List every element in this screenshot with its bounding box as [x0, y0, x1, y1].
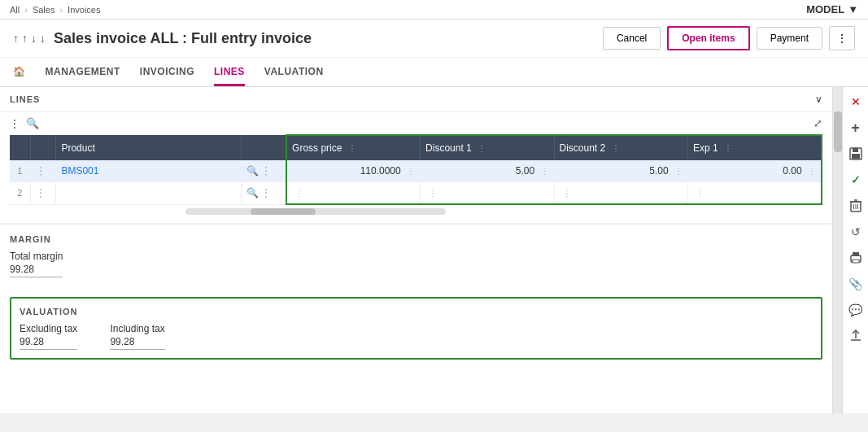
model-dropdown-icon: ▼ — [848, 3, 858, 15]
cell-handle-1[interactable]: ⋮ — [30, 160, 56, 182]
vertical-scrollbar[interactable] — [832, 87, 842, 413]
nav-up1[interactable]: ↑ — [13, 32, 19, 45]
cell-exp1-2: ⋮ — [687, 182, 822, 205]
lines-title: LINES — [10, 94, 40, 104]
cell-row-num-2: 2 — [10, 182, 30, 205]
excluding-tax-value: 99.28 — [20, 336, 77, 350]
tab-home[interactable]: 🏠 — [13, 58, 26, 86]
main-header: ↑ ↑ ↓ ↓ Sales invoice ALL : Full entry i… — [0, 20, 868, 58]
total-margin-item: Total margin 99.28 — [10, 251, 63, 277]
th-exp1: Exp 1 ⋮ — [687, 135, 822, 160]
table-row: 2 ⋮ 🔍 ⋮ ⋮ ⋮ ⋮ ⋮ — [10, 182, 822, 205]
action-sidebar: ✕ + ✓ ↺ — [842, 87, 868, 413]
cell-discount1-2: ⋮ — [421, 182, 554, 205]
header-buttons: Cancel Open items Payment ⋮ — [603, 26, 855, 50]
check-button[interactable]: ✓ — [844, 168, 867, 191]
open-items-button[interactable]: Open items — [667, 26, 749, 50]
model-selector[interactable]: MODEL ▼ — [806, 3, 858, 15]
excluding-tax-item: Excluding tax 99.28 — [20, 323, 77, 350]
including-tax-item: Including tax 99.28 — [110, 323, 164, 350]
attach-button[interactable]: 📎 — [844, 273, 867, 295]
tab-valuation[interactable]: VALUATION — [264, 58, 324, 86]
breadcrumb-sep2: › — [59, 5, 63, 15]
cell-row-num-1: 1 — [10, 160, 30, 182]
expand-icon[interactable]: ⤢ — [813, 117, 822, 129]
breadcrumb-all[interactable]: All — [10, 5, 20, 15]
breadcrumb-sep1: › — [24, 5, 28, 15]
including-tax-value: 99.28 — [110, 336, 164, 350]
total-margin-value: 99.28 — [10, 264, 63, 277]
print-button[interactable] — [844, 247, 867, 269]
table-menu-icon[interactable]: ⋮ — [10, 118, 20, 129]
search-icon[interactable]: 🔍 — [26, 117, 39, 129]
cell-gross-price-1: 110.0000 ⋮ — [286, 160, 420, 182]
svg-rect-1 — [853, 148, 858, 152]
cell-product-1[interactable]: BMS001 — [56, 160, 242, 182]
svg-rect-10 — [853, 252, 859, 256]
main-content: LINES ∨ ⋮ 🔍 ⤢ Product Gross pr — [0, 87, 832, 413]
th-handle — [30, 135, 56, 160]
tabs: 🏠 MANAGEMENT INVOICING LINES VALUATION — [0, 58, 868, 87]
home-icon: 🏠 — [13, 66, 26, 77]
cell-gross-price-2: ⋮ — [286, 182, 420, 205]
save-button[interactable] — [844, 142, 867, 165]
valuation-title: VALUATION — [20, 307, 813, 316]
toolbar-left: ⋮ 🔍 — [10, 117, 39, 129]
margin-row: Total margin 99.28 — [10, 251, 822, 277]
th-row-num — [10, 135, 30, 160]
nav-down1[interactable]: ↓ — [31, 32, 37, 45]
payment-button[interactable]: Payment — [757, 27, 822, 50]
content: LINES ∨ ⋮ 🔍 ⤢ Product Gross pr — [0, 87, 868, 413]
cell-discount2-2: ⋮ — [554, 182, 687, 205]
refresh-button[interactable]: ↺ — [844, 220, 867, 243]
table-row: 1 ⋮ BMS001 🔍 ⋮ 110.0000 ⋮ 5.00 ⋮ 5.00 ⋮ … — [10, 160, 822, 182]
cell-discount1-1: 5.00 ⋮ — [421, 160, 554, 182]
upload-button[interactable] — [844, 325, 867, 347]
comment-button[interactable]: 💬 — [844, 299, 867, 321]
breadcrumb: All › Sales › Invoices — [10, 5, 100, 15]
th-product: Product — [56, 135, 242, 160]
cell-handle-2[interactable]: ⋮ — [30, 182, 56, 205]
discount1-handle[interactable]: ⋮ — [478, 144, 486, 153]
nav-arrows: ↑ ↑ ↓ ↓ — [13, 32, 46, 45]
th-discount2: Discount 2 ⋮ — [554, 135, 687, 160]
total-margin-label: Total margin — [10, 251, 63, 262]
nav-up2[interactable]: ↑ — [22, 32, 28, 45]
header-left: ↑ ↑ ↓ ↓ Sales invoice ALL : Full entry i… — [13, 30, 312, 47]
excluding-tax-label: Excluding tax — [20, 323, 77, 334]
valuation-row: Excluding tax 99.28 Including tax 99.28 — [20, 323, 813, 350]
th-search — [242, 135, 286, 160]
collapse-icon[interactable]: ∨ — [815, 94, 822, 105]
table-toolbar: ⋮ 🔍 ⤢ — [0, 112, 832, 134]
tab-invoicing[interactable]: INVOICING — [140, 58, 194, 86]
exp1-handle[interactable]: ⋮ — [724, 144, 732, 153]
cancel-button[interactable]: Cancel — [603, 27, 661, 50]
discount2-handle[interactable]: ⋮ — [612, 144, 620, 153]
margin-section: MARGIN Total margin 99.28 — [0, 223, 832, 287]
cell-search-2[interactable]: 🔍 ⋮ — [242, 182, 286, 205]
add-button[interactable]: + — [844, 116, 867, 139]
close-button[interactable]: ✕ — [844, 90, 867, 113]
breadcrumb-invoices[interactable]: Invoices — [68, 5, 100, 15]
delete-button[interactable] — [844, 194, 867, 217]
cell-product-2[interactable] — [56, 182, 242, 205]
cell-search-1[interactable]: 🔍 ⋮ — [242, 160, 286, 182]
breadcrumb-sales[interactable]: Sales — [33, 5, 55, 15]
more-button[interactable]: ⋮ — [829, 26, 855, 50]
nav-down2[interactable]: ↓ — [40, 32, 46, 45]
cell-discount2-1: 5.00 ⋮ — [554, 160, 687, 182]
cell-exp1-1: 0.00 ⋮ — [687, 160, 822, 182]
page-title: Sales invoice ALL : Full entry invoice — [54, 30, 312, 47]
margin-title: MARGIN — [10, 234, 822, 244]
lines-table: Product Gross price ⋮ Discount 1 ⋮ Disco… — [10, 134, 822, 205]
tab-lines[interactable]: LINES — [214, 58, 245, 86]
table-header-row: Product Gross price ⋮ Discount 1 ⋮ Disco… — [10, 135, 822, 160]
including-tax-label: Including tax — [110, 323, 164, 334]
gross-price-handle[interactable]: ⋮ — [348, 144, 356, 153]
table-container: Product Gross price ⋮ Discount 1 ⋮ Disco… — [0, 134, 832, 216]
valuation-section: VALUATION Excluding tax 99.28 Including … — [10, 297, 822, 360]
svg-rect-11 — [853, 260, 859, 263]
horizontal-scrollbar[interactable] — [10, 207, 822, 216]
tab-management[interactable]: MANAGEMENT — [46, 58, 120, 86]
lines-section-header: LINES ∨ — [0, 87, 832, 112]
